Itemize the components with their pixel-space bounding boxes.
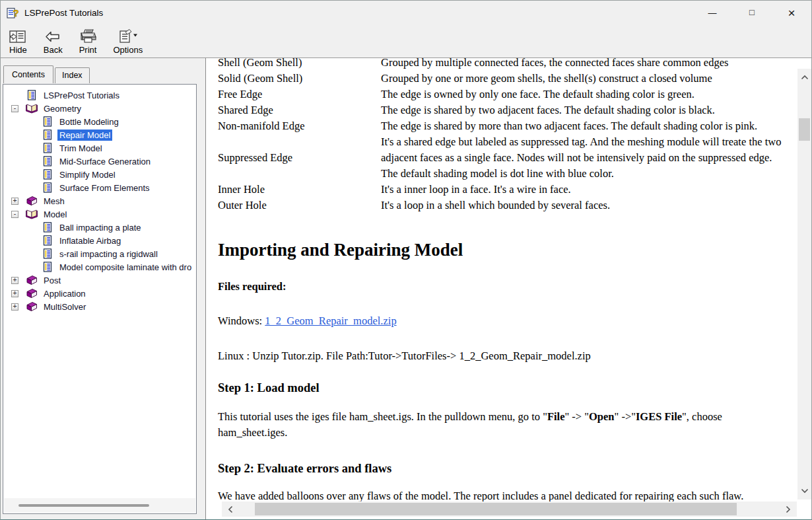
content-horizontal-scrollbar[interactable] xyxy=(222,501,797,517)
tree-indent: - xyxy=(11,105,26,112)
tree-item[interactable]: Surface From Elements xyxy=(3,181,196,194)
tree-item[interactable]: +Application xyxy=(3,287,196,300)
page-icon xyxy=(42,169,53,180)
description-cell: The edge is shared by more than two adja… xyxy=(381,118,787,134)
paragraph-text: " ->" xyxy=(615,410,636,423)
window-controls: — □ × xyxy=(693,1,811,25)
maximize-button[interactable]: □ xyxy=(732,1,772,25)
table-row: Shell (Geom Shell)Grouped by multiple co… xyxy=(218,58,787,71)
minimize-button[interactable]: — xyxy=(693,1,732,25)
expand-icon[interactable]: + xyxy=(11,290,18,297)
step1-paragraph: This tutorial uses the iges file ham_she… xyxy=(218,409,787,441)
description-cell: The edge is owned by only one face. The … xyxy=(381,87,787,102)
topic-content-pane: Shell (Geom Shell)Grouped by multiple co… xyxy=(205,58,811,519)
tree-item[interactable]: Trim Model xyxy=(3,141,196,155)
close-button[interactable]: × xyxy=(772,1,811,25)
tree-item[interactable]: -Model xyxy=(3,207,196,221)
tree-item-label[interactable]: Mid-Surface Generation xyxy=(57,156,152,167)
tree-item[interactable]: +MultiSolver xyxy=(3,300,196,313)
print-button[interactable]: Print xyxy=(73,27,103,55)
tree-scrollbar-thumb[interactable] xyxy=(18,504,149,507)
tree-item[interactable]: Mid-Surface Generation xyxy=(3,155,196,168)
download-zip-link[interactable]: 1_2_Geom_Repair_model.zip xyxy=(265,315,396,327)
tree-item-label[interactable]: Simplify Model xyxy=(57,169,118,180)
scroll-right-icon[interactable] xyxy=(780,501,797,517)
hide-button-label: Hide xyxy=(9,45,27,55)
tree-item-label[interactable]: Surface From Elements xyxy=(57,182,152,194)
tree-indent: - xyxy=(11,211,26,218)
expand-icon[interactable]: + xyxy=(11,303,18,311)
back-button[interactable]: Back xyxy=(38,27,69,55)
tree-item[interactable]: Ball impacting a plate xyxy=(3,221,196,234)
term-cell: Free Edge xyxy=(218,87,381,102)
page-icon xyxy=(42,222,53,233)
tree-item[interactable]: +Mesh xyxy=(3,194,196,207)
windows-prefix: Windows: xyxy=(218,315,265,327)
tree-item-label[interactable]: Model composite laminate with dro xyxy=(57,262,193,273)
hide-panel-icon xyxy=(9,28,26,44)
page-icon xyxy=(26,90,38,100)
tree-item[interactable]: -Geometry xyxy=(3,102,196,115)
vertical-scrollbar-thumb[interactable] xyxy=(799,118,810,141)
tree-item[interactable]: Inflatable Airbag xyxy=(3,234,196,247)
tree-item[interactable]: Bottle Modeling xyxy=(3,115,196,128)
tree-item-label[interactable]: Ball impacting a plate xyxy=(57,222,143,233)
pane-splitter[interactable] xyxy=(200,58,205,519)
linux-file-line: Linux : Unzip Tutor.zip. File Path:Tutor… xyxy=(218,348,787,364)
titlebar[interactable]: ? LSPrePost Tutorials — □ × xyxy=(1,1,811,25)
description-cell: It's a shared edge but labeled as suppre… xyxy=(381,134,787,182)
menu-item-name: IGES File xyxy=(636,410,682,423)
tree-item-label[interactable]: Trim Model xyxy=(57,143,104,154)
collapse-icon[interactable]: - xyxy=(11,211,18,218)
tree-item-label[interactable]: Geometry xyxy=(42,103,83,114)
scroll-left-icon[interactable] xyxy=(222,501,239,517)
tree-item-label[interactable]: Post xyxy=(42,275,63,286)
tree-item-label[interactable]: Model xyxy=(42,209,69,220)
back-button-label: Back xyxy=(44,45,63,55)
tree-item-label[interactable]: s-rail impacting a rigidwall xyxy=(57,248,160,260)
book-open-icon xyxy=(26,103,38,114)
tree-indent: + xyxy=(11,290,26,297)
tree-item[interactable]: Repair Model xyxy=(3,128,196,141)
tree-item[interactable]: +Post xyxy=(3,274,196,287)
scroll-down-icon[interactable] xyxy=(797,482,811,500)
tab-index[interactable]: Index xyxy=(55,67,90,83)
page-icon xyxy=(42,182,53,193)
tree-item-label[interactable]: MultiSolver xyxy=(42,301,88,313)
tree-item-label[interactable]: LSPrePost Tutorials xyxy=(42,90,121,101)
help-viewer-window: ? LSPrePost Tutorials — □ × Hide xyxy=(0,0,812,520)
tree-item[interactable]: Model composite laminate with dro xyxy=(3,260,196,274)
sidebar-tabs: Contents Index xyxy=(1,58,200,83)
back-arrow-icon xyxy=(44,28,61,44)
term-cell: Non-manifold Edge xyxy=(218,118,381,134)
menu-item-name: Open xyxy=(589,410,615,423)
content-vertical-scrollbar[interactable] xyxy=(797,69,811,500)
options-button[interactable]: Options xyxy=(107,27,149,55)
tab-contents[interactable]: Contents xyxy=(3,65,53,83)
topic-document: Shell (Geom Shell)Grouped by multiple co… xyxy=(218,58,787,504)
tree-item[interactable]: LSPrePost Tutorials xyxy=(3,89,196,102)
tree-item-label[interactable]: Mesh xyxy=(42,196,67,207)
book-closed-icon xyxy=(26,301,38,312)
minimize-icon: — xyxy=(708,8,717,18)
paragraph-text: This tutorial uses the iges file ham_she… xyxy=(218,410,547,423)
description-cell: It's a loop in a shell which bounded by … xyxy=(381,198,787,213)
topic-title: Importing and Repairing Model xyxy=(218,240,787,260)
tree-item[interactable]: Simplify Model xyxy=(3,168,196,181)
horizontal-scrollbar-thumb[interactable] xyxy=(255,503,737,515)
tree-horizontal-scrollbar[interactable] xyxy=(4,498,195,513)
horizontal-scrollbar-track[interactable] xyxy=(239,501,780,517)
options-icon xyxy=(118,28,138,44)
expand-icon[interactable]: + xyxy=(11,198,18,205)
expand-icon[interactable]: + xyxy=(11,277,18,284)
tree-item-label[interactable]: Inflatable Airbag xyxy=(57,235,123,246)
tree-item-label[interactable]: Application xyxy=(42,288,88,299)
hide-button[interactable]: Hide xyxy=(3,27,33,55)
tree-item-label[interactable]: Repair Model xyxy=(57,130,112,141)
tree-item-label[interactable]: Bottle Modeling xyxy=(57,116,121,128)
tree-item[interactable]: s-rail impacting a rigidwall xyxy=(3,247,196,260)
scroll-up-icon[interactable] xyxy=(797,69,811,86)
book-closed-icon xyxy=(26,196,38,206)
collapse-icon[interactable]: - xyxy=(11,105,18,112)
term-cell: Outer Hole xyxy=(218,198,381,213)
